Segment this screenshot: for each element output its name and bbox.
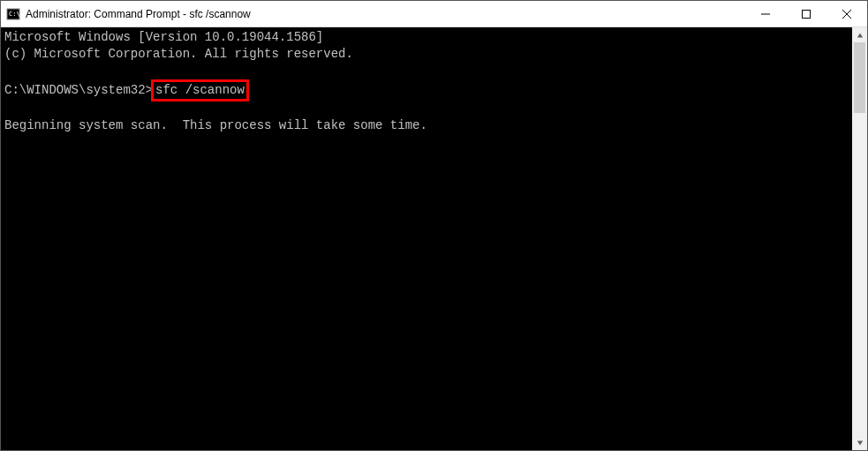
scroll-up-button[interactable]: [852, 27, 867, 42]
maximize-button[interactable]: [786, 1, 826, 26]
svg-text:C:\: C:\: [9, 11, 20, 18]
scroll-track[interactable]: [852, 42, 867, 435]
minimize-button[interactable]: [745, 1, 786, 26]
scroll-down-button[interactable]: [852, 435, 867, 450]
close-button[interactable]: [826, 1, 867, 26]
command-highlight: sfc /scannow: [151, 79, 249, 101]
titlebar[interactable]: C:\ Administrator: Command Prompt - sfc …: [1, 1, 867, 27]
vertical-scrollbar[interactable]: [852, 27, 867, 450]
scroll-thumb[interactable]: [854, 42, 865, 113]
window-controls: [745, 1, 867, 26]
command-prompt-window: C:\ Administrator: Command Prompt - sfc …: [0, 0, 868, 451]
terminal-output[interactable]: Microsoft Windows [Version 10.0.19044.15…: [1, 27, 852, 450]
command-text: sfc /scannow: [155, 83, 245, 97]
svg-marker-6: [857, 33, 862, 37]
window-title: Administrator: Command Prompt - sfc /sca…: [26, 8, 745, 20]
svg-marker-7: [857, 440, 862, 445]
terminal-line: Beginning system scan. This process will…: [4, 117, 849, 134]
svg-rect-3: [803, 10, 811, 18]
prompt-text: C:\WINDOWS\system32>: [4, 83, 153, 97]
content-area: Microsoft Windows [Version 10.0.19044.15…: [1, 27, 867, 450]
terminal-line: (c) Microsoft Corporation. All rights re…: [4, 46, 849, 63]
terminal-prompt-line: C:\WINDOWS\system32>sfc /scannow: [4, 79, 849, 101]
terminal-line: [4, 101, 849, 118]
app-icon: C:\: [6, 7, 20, 21]
terminal-line: Microsoft Windows [Version 10.0.19044.15…: [4, 29, 849, 46]
terminal-line: [4, 63, 849, 79]
